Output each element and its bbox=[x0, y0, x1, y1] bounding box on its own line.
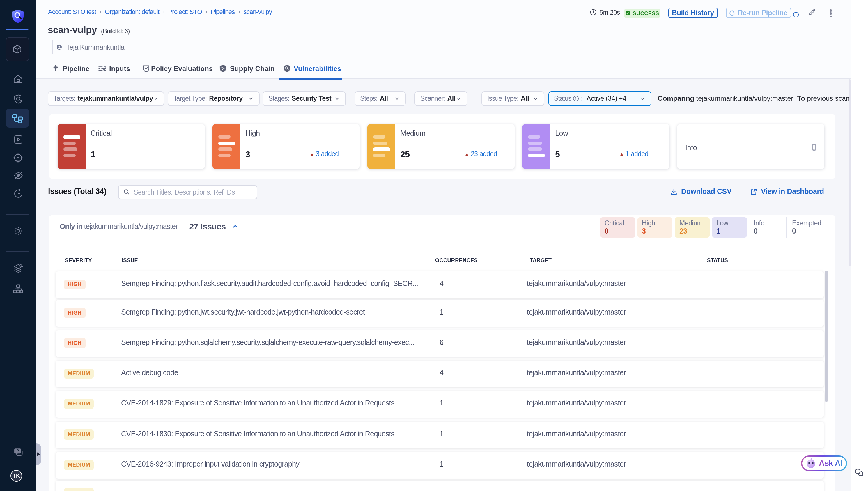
svg-text:?: ? bbox=[16, 449, 19, 453]
